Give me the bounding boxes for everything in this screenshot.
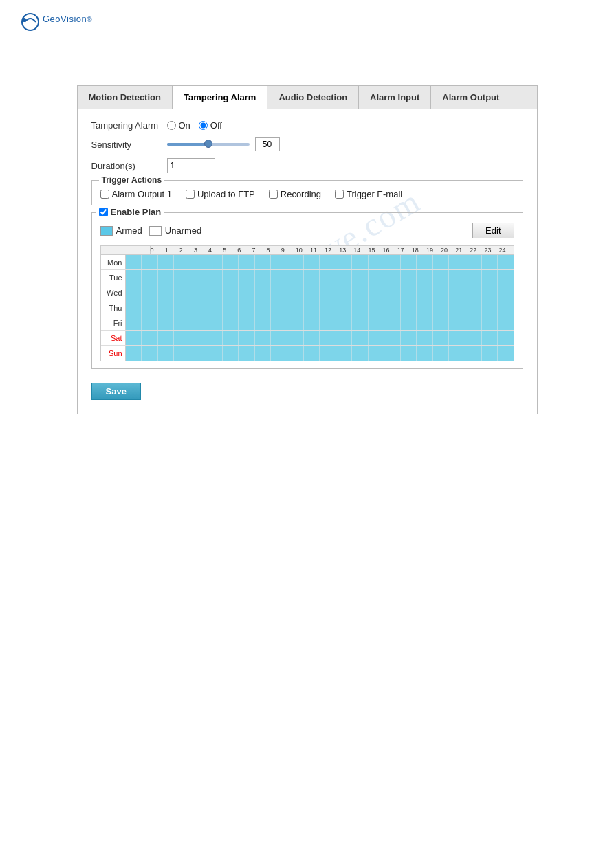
grid-cell[interactable] [174, 315, 190, 330]
grid-cell[interactable] [287, 331, 304, 345]
grid-cell[interactable] [482, 300, 498, 315]
grid-cell[interactable] [320, 285, 336, 300]
radio-off[interactable] [199, 121, 208, 130]
enable-plan-checkbox[interactable] [99, 208, 108, 216]
grid-cell[interactable] [190, 255, 207, 269]
trigger-email-checkbox[interactable] [335, 190, 344, 199]
grid-cell[interactable] [304, 300, 320, 315]
grid-cell[interactable] [287, 255, 304, 269]
grid-cell[interactable] [206, 285, 223, 300]
grid-cell[interactable] [465, 285, 482, 300]
tab-tampering-alarm[interactable]: Tampering Alarm [173, 86, 267, 109]
trigger-email-checkbox-label[interactable]: Trigger E-mail [335, 189, 402, 199]
grid-cell[interactable] [482, 270, 498, 285]
grid-cell[interactable] [190, 285, 207, 300]
grid-cell[interactable] [271, 331, 287, 345]
grid-cell[interactable] [271, 285, 287, 300]
grid-cell[interactable] [126, 300, 142, 315]
grid-cells-thu[interactable] [126, 300, 514, 315]
grid-cell[interactable] [271, 270, 287, 285]
grid-cell[interactable] [482, 255, 498, 269]
grid-cell[interactable] [433, 300, 450, 315]
grid-cell[interactable] [206, 300, 223, 315]
grid-cell[interactable] [126, 346, 142, 361]
grid-cell[interactable] [190, 300, 207, 315]
grid-cell[interactable] [190, 270, 207, 285]
grid-cell[interactable] [190, 315, 207, 330]
grid-cell[interactable] [223, 285, 239, 300]
grid-cell[interactable] [142, 285, 158, 300]
grid-cell[interactable] [320, 270, 336, 285]
grid-cell[interactable] [401, 285, 417, 300]
grid-cells-wed[interactable] [126, 285, 514, 300]
grid-cell[interactable] [433, 255, 450, 269]
grid-cell[interactable] [287, 315, 304, 330]
alarm-output-1-checkbox[interactable] [100, 190, 109, 199]
grid-cell[interactable] [223, 270, 239, 285]
grid-cell[interactable] [304, 285, 320, 300]
grid-cell[interactable] [401, 300, 417, 315]
grid-cell[interactable] [158, 346, 175, 361]
grid-cell[interactable] [287, 346, 304, 361]
tab-alarm-output[interactable]: Alarm Output [431, 86, 510, 109]
grid-cell[interactable] [498, 346, 514, 361]
grid-cells-tue[interactable] [126, 270, 514, 285]
grid-cell[interactable] [449, 255, 465, 269]
grid-cell[interactable] [336, 270, 353, 285]
grid-cell[interactable] [465, 300, 482, 315]
grid-cell[interactable] [352, 285, 369, 300]
grid-cell[interactable] [190, 346, 207, 361]
grid-cell[interactable] [465, 270, 482, 285]
grid-cell[interactable] [174, 270, 190, 285]
grid-cell[interactable] [384, 270, 401, 285]
grid-cell[interactable] [384, 346, 401, 361]
grid-cell[interactable] [223, 331, 239, 345]
grid-cell[interactable] [449, 315, 465, 330]
tab-motion-detection[interactable]: Motion Detection [78, 86, 173, 109]
grid-cell[interactable] [174, 255, 190, 269]
grid-cell[interactable] [465, 346, 482, 361]
grid-cell[interactable] [304, 315, 320, 330]
grid-cell[interactable] [401, 346, 417, 361]
grid-cell[interactable] [174, 300, 190, 315]
grid-cell[interactable] [336, 346, 353, 361]
grid-cell[interactable] [384, 331, 401, 345]
grid-cells-sun[interactable] [126, 346, 514, 361]
grid-cell[interactable] [482, 315, 498, 330]
grid-cell[interactable] [369, 285, 385, 300]
edit-button[interactable]: Edit [472, 223, 514, 238]
grid-cell[interactable] [126, 270, 142, 285]
grid-cells-sat[interactable] [126, 331, 514, 345]
grid-cell[interactable] [271, 300, 287, 315]
grid-cell[interactable] [126, 315, 142, 330]
grid-cell[interactable] [255, 270, 272, 285]
grid-cell[interactable] [449, 285, 465, 300]
grid-cell[interactable] [239, 285, 255, 300]
grid-cell[interactable] [304, 346, 320, 361]
grid-cell[interactable] [271, 346, 287, 361]
grid-cell[interactable] [369, 315, 385, 330]
grid-cell[interactable] [482, 331, 498, 345]
tab-audio-detection[interactable]: Audio Detection [267, 86, 359, 109]
recording-checkbox[interactable] [269, 190, 278, 199]
upload-ftp-checkbox[interactable] [186, 190, 195, 199]
grid-cell[interactable] [206, 270, 223, 285]
grid-cell[interactable] [369, 300, 385, 315]
grid-cell[interactable] [369, 270, 385, 285]
grid-cell[interactable] [287, 270, 304, 285]
grid-cell[interactable] [239, 331, 255, 345]
grid-cell[interactable] [320, 346, 336, 361]
grid-cell[interactable] [433, 346, 450, 361]
radio-off-label[interactable]: Off [199, 120, 222, 131]
grid-cell[interactable] [142, 255, 158, 269]
grid-cell[interactable] [287, 285, 304, 300]
sensitivity-slider-thumb[interactable] [204, 140, 212, 148]
grid-cell[interactable] [304, 270, 320, 285]
grid-cell[interactable] [320, 255, 336, 269]
grid-cell[interactable] [352, 331, 369, 345]
grid-cell[interactable] [369, 331, 385, 345]
grid-cell[interactable] [482, 346, 498, 361]
duration-input[interactable] [167, 158, 215, 173]
grid-cell[interactable] [465, 255, 482, 269]
grid-cell[interactable] [142, 270, 158, 285]
